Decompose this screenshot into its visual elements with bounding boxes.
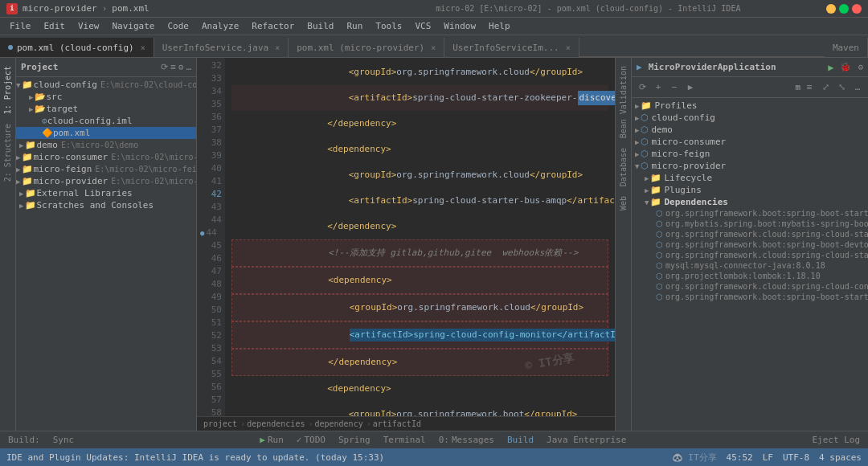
maven-dep-lombok[interactable]: ⬡ org.projectlombok:lombok:1.18.10 xyxy=(632,271,868,281)
vert-tab-bean-validation[interactable]: Bean Validation xyxy=(617,61,629,143)
minimize-button[interactable] xyxy=(826,4,836,14)
menu-edit[interactable]: Edit xyxy=(38,19,72,33)
sidebar-item-scratches[interactable]: ▶ 📁 Scratches and Consoles xyxy=(16,199,196,211)
sidebar-item-external-libs[interactable]: ▶ 📁 External Libraries xyxy=(16,187,196,199)
menu-help[interactable]: Help xyxy=(482,19,517,33)
sidebar-item-demo[interactable]: ▶ 📁 demo E:\micro-02\demo xyxy=(16,139,196,151)
maven-item-plugins[interactable]: ▶ 📁 Plugins xyxy=(632,184,868,196)
maven-item-profiles[interactable]: ▶ 📁 Profiles xyxy=(632,100,868,112)
maven-toolbar: ⟳ + − ▶ m ≡ ⤢ ⤡ … xyxy=(632,77,868,98)
maven-dep-zookeeper[interactable]: ⬡ org.springframework.cloud:spring-cloud… xyxy=(632,229,868,239)
tab-pom-micro-provider[interactable]: pom.xml (micro-provider) × xyxy=(289,38,444,57)
terminal-button[interactable]: Terminal xyxy=(380,434,429,446)
messages-button[interactable]: 0: Messages xyxy=(436,434,497,446)
close-button[interactable] xyxy=(852,4,862,14)
more-icon[interactable]: … xyxy=(186,62,191,72)
maven-refresh-btn[interactable]: ⟳ xyxy=(635,80,649,95)
code-area[interactable]: <groupId>org.springframework.cloud</grou… xyxy=(225,58,615,416)
code-line-37: <artifactId>spring-cloud-starter-bus-amq… xyxy=(231,188,608,214)
app-icon: i xyxy=(6,3,18,14)
sidebar-item-cloud-config[interactable]: ▼ 📁 cloud-config E:\micro-02\cloud-confi… xyxy=(16,79,196,91)
tab-maven[interactable]: Maven xyxy=(825,38,868,57)
sync-button[interactable]: Sync xyxy=(50,434,78,446)
maven-expand-btn[interactable]: ⤢ xyxy=(818,80,833,95)
more-icon[interactable]: ⚙ xyxy=(858,62,863,72)
maven-dep-devtools[interactable]: ⬡ org.springframework.boot:spring-boot-d… xyxy=(632,239,868,250)
messages-label: Messages xyxy=(452,435,494,445)
sidebar-item-micro-provider[interactable]: ▶ 📁 micro-provider E:\micro-02\micro-pro… xyxy=(16,175,196,187)
module-icon: 📁 xyxy=(22,80,33,90)
maven-item-micro-consumer[interactable]: ▶ ⬡ micro-consumer xyxy=(632,136,868,148)
tab-close-icon[interactable]: × xyxy=(431,43,436,52)
menu-window[interactable]: Window xyxy=(437,19,482,33)
terminal-label: Terminal xyxy=(383,435,426,445)
debug-icon[interactable]: 🐞 xyxy=(840,62,851,72)
breadcrumb-sep2: › xyxy=(308,419,313,428)
sidebar-item-micro-consumer[interactable]: ▶ 📁 micro-consumer E:\micro-02\micro-con… xyxy=(16,151,196,163)
line-numbers: 3233343536 3738394041 424344●44 45464748… xyxy=(197,58,225,416)
maven-dep-bus-amqp[interactable]: ⬡ org.springframework.cloud:spring-cloud… xyxy=(632,250,868,260)
sync-icon[interactable]: ⟳ xyxy=(161,62,168,72)
todo-button[interactable]: ✓ TODO xyxy=(293,434,329,446)
status-time: 45:52 xyxy=(727,452,753,463)
maven-dep-spring-boot-web[interactable]: ⬡ org.springframework.boot:spring-boot-s… xyxy=(632,208,868,219)
maven-dep-mybatis[interactable]: ⬡ org.mybatis.spring.boot:mybatis-spring… xyxy=(632,219,868,229)
vert-tab-structure[interactable]: 2: Structure xyxy=(2,119,14,186)
sidebar-item-pom-xml[interactable]: 🔶 pom.xml xyxy=(16,127,196,139)
vert-tab-web[interactable]: Web xyxy=(617,191,629,215)
maven-item-lifecycle[interactable]: ▶ 📁 Lifecycle xyxy=(632,172,868,184)
tab-close-icon[interactable]: × xyxy=(141,43,145,52)
tab-userinfo-service[interactable]: UserInfoService.java × xyxy=(154,38,289,57)
sidebar-item-iml[interactable]: ⚙ cloud-config.iml xyxy=(16,115,196,127)
maven-dep-mysql[interactable]: ⬡ mysql:mysql-connector-java:8.0.18 xyxy=(632,260,868,271)
maven-item-micro-feign[interactable]: ▶ ⬡ micro-feign xyxy=(632,148,868,160)
menu-navigate[interactable]: Navigate xyxy=(106,19,162,33)
maven-run-btn[interactable]: ▶ xyxy=(683,80,698,95)
maven-item-micro-provider[interactable]: ▼ ⬡ micro-provider xyxy=(632,160,868,172)
eject-log-button[interactable]: Eject Log xyxy=(809,434,863,446)
maven-add-btn[interactable]: + xyxy=(651,80,665,95)
menu-run[interactable]: Run xyxy=(340,19,369,33)
item-label: Scratches and Consoles xyxy=(36,200,154,211)
sidebar-item-src[interactable]: ▶ 📂 src xyxy=(16,91,196,103)
tab-close-icon[interactable]: × xyxy=(566,43,571,52)
menu-tools[interactable]: Tools xyxy=(369,19,408,33)
sidebar-content: ▼ 📁 cloud-config E:\micro-02\cloud-confi… xyxy=(16,77,196,431)
java-enterprise-button[interactable]: Java Enterprise xyxy=(543,434,629,446)
settings-icon[interactable]: ⚙ xyxy=(178,62,184,72)
run-icon[interactable]: ▶ xyxy=(828,62,833,73)
code-line-43: </dependency> xyxy=(231,349,608,376)
tab-close-icon[interactable]: × xyxy=(275,43,280,52)
menu-build[interactable]: Build xyxy=(301,19,340,33)
menu-analyze[interactable]: Analyze xyxy=(195,19,245,33)
build-button[interactable]: Build xyxy=(504,434,537,446)
maven-settings-btn[interactable]: ≡ xyxy=(802,80,817,95)
maven-dep-starter-test[interactable]: ⬡ org.springframework.boot:spring-boot-s… xyxy=(632,292,868,302)
code-line-34: </dependency> xyxy=(231,111,608,137)
menu-code[interactable]: Code xyxy=(161,19,195,33)
menu-refactor[interactable]: Refactor xyxy=(245,19,301,33)
menu-file[interactable]: File xyxy=(3,19,38,33)
vert-tab-database[interactable]: Database xyxy=(617,143,629,191)
vert-tab-project[interactable]: 1: Project xyxy=(2,61,14,119)
menu-vcs[interactable]: VCS xyxy=(408,19,437,33)
menu-view[interactable]: View xyxy=(72,19,106,33)
maven-item-cloud-config[interactable]: ▶ ⬡ cloud-config xyxy=(632,112,868,124)
item-path: E:\micro-02\micro-feign xyxy=(95,165,196,174)
run-button[interactable]: ▶ Run xyxy=(256,434,287,446)
window-title: micro-02 [E:\micro-02] - pom.xml (cloud-… xyxy=(350,4,826,13)
maven-item-dependencies[interactable]: ▼ 📁 Dependencies xyxy=(632,196,868,208)
tab-userinfo-service-impl[interactable]: UserInfoServiceIm... × xyxy=(444,38,579,57)
maximize-button[interactable] xyxy=(839,4,849,14)
maven-more-btn[interactable]: … xyxy=(850,80,865,95)
collapse-icon[interactable]: ≡ xyxy=(170,62,176,72)
sidebar-item-target[interactable]: ▶ 📂 target xyxy=(16,103,196,115)
tab-pom-cloud-config[interactable]: pom.xml (cloud-config) × xyxy=(0,38,154,57)
item-path: E:\micro-02\demo xyxy=(61,141,138,149)
maven-collapse-btn[interactable]: ⤡ xyxy=(834,80,849,95)
maven-remove-btn[interactable]: − xyxy=(667,80,682,95)
spring-button[interactable]: Spring xyxy=(335,434,374,446)
maven-item-demo[interactable]: ▶ ⬡ demo xyxy=(632,124,868,136)
maven-dep-config-client[interactable]: ⬡ org.springframework.cloud:spring-cloud… xyxy=(632,281,868,292)
sidebar-item-micro-feign[interactable]: ▶ 📁 micro-feign E:\micro-02\micro-feign xyxy=(16,163,196,175)
